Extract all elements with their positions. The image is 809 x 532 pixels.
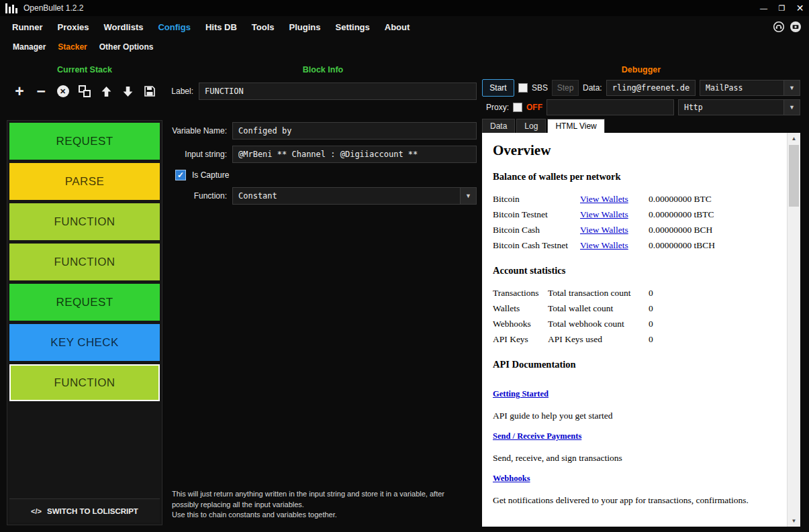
menu-runner[interactable]: Runner <box>5 22 50 32</box>
proxy-type-dropdown[interactable]: Http ▼ <box>678 99 800 115</box>
stack-block-request-1[interactable]: REQUEST <box>9 123 160 160</box>
menu-tools[interactable]: Tools <box>244 22 282 32</box>
variable-name-input[interactable] <box>232 122 477 140</box>
function-description: This will just return anything written i… <box>172 489 473 520</box>
table-row: Bitcoin View Wallets 0.00000000 BTC <box>491 191 775 207</box>
tab-data[interactable]: Data <box>482 119 515 133</box>
submenu-stacker[interactable]: Stacker <box>52 42 93 52</box>
getting-started-link[interactable]: Getting Started <box>493 389 549 399</box>
stack-block-function-1[interactable]: FUNCTION <box>9 203 160 240</box>
wallet-network: Bitcoin Cash <box>493 225 580 235</box>
stat-name: API Keys <box>493 334 548 345</box>
send-receive-payments-link[interactable]: Send / Receive Payments <box>493 431 581 441</box>
wordlist-type-value: MailPass <box>700 81 783 95</box>
remove-block-icon[interactable]: − <box>33 83 49 99</box>
doc-description: API guide to help you get started <box>493 411 775 421</box>
stack-block-function-2[interactable]: FUNCTION <box>9 244 160 280</box>
stack-block-function-3-selected[interactable]: FUNCTION <box>9 364 160 401</box>
main-menu: Runner Proxies Wordlists Configs Hits DB… <box>0 16 809 38</box>
maximize-icon[interactable]: ❐ <box>773 0 791 16</box>
scroll-up-icon[interactable]: ▲ <box>788 133 800 144</box>
wallet-balance: 0.00000000 BTC <box>649 194 775 205</box>
wordlist-type-dropdown[interactable]: MailPass ▼ <box>700 80 800 96</box>
view-wallets-link[interactable]: View Wallets <box>580 194 649 205</box>
label-caption: Label: <box>169 87 193 96</box>
table-row: API Keys API Keys used 0 <box>491 331 775 347</box>
function-dropdown[interactable]: Constant ▼ <box>232 187 477 205</box>
table-row: Bitcoin Cash Testnet View Wallets 0.0000… <box>491 237 775 253</box>
close-icon[interactable]: ✕ <box>791 0 809 16</box>
menu-proxies[interactable]: Proxies <box>50 22 97 32</box>
proxy-checkbox[interactable] <box>513 103 522 112</box>
table-row: Bitcoin Cash View Wallets 0.00000000 BCH <box>491 222 775 237</box>
add-block-icon[interactable]: + <box>11 83 28 99</box>
configs-submenu: Manager Stacker Other Options <box>0 38 809 56</box>
page-title: Overview <box>493 142 775 159</box>
submenu-manager[interactable]: Manager <box>7 42 52 52</box>
input-string-caption: Input string: <box>169 150 227 159</box>
move-down-icon[interactable] <box>120 83 136 99</box>
wallet-network: Bitcoin Cash Testnet <box>493 240 580 251</box>
current-stack-header: Current Stack <box>7 64 162 76</box>
is-capture-label: Is Capture <box>192 170 229 180</box>
sbs-checkbox[interactable] <box>518 83 528 93</box>
view-wallets-link[interactable]: View Wallets <box>580 209 649 220</box>
view-wallets-link[interactable]: View Wallets <box>580 225 649 235</box>
menu-hitsdb[interactable]: Hits DB <box>198 22 244 32</box>
table-row: Transactions Total transaction count 0 <box>491 285 775 301</box>
switch-button-label: SWITCH TO LOLISCRIPT <box>47 507 138 515</box>
table-row: Webhooks Total webhook count 0 <box>491 316 775 331</box>
submenu-other-options[interactable]: Other Options <box>93 42 160 52</box>
debugger-column: Debugger Start SBS Step Data: MailPass ▼… <box>482 64 800 527</box>
wallet-network: Bitcoin Testnet <box>493 209 580 220</box>
stack-block-request-2[interactable]: REQUEST <box>9 284 160 321</box>
tab-log[interactable]: Log <box>516 119 546 133</box>
proxy-input[interactable] <box>546 99 674 115</box>
stat-desc: API Keys used <box>548 334 649 345</box>
stack-block-keycheck[interactable]: KEY CHECK <box>9 324 160 361</box>
debug-data-input[interactable] <box>606 80 696 96</box>
webhooks-link[interactable]: Webhooks <box>493 474 530 484</box>
menu-configs[interactable]: Configs <box>150 22 197 32</box>
clone-block-icon[interactable] <box>77 83 93 99</box>
menu-plugins[interactable]: Plugins <box>282 22 328 32</box>
stat-name: Transactions <box>493 288 548 299</box>
stat-desc: Total transaction count <box>548 288 649 299</box>
tab-html-view[interactable]: HTML View <box>547 119 604 133</box>
openbullet-window: OpenBullet 1.2.2 — ❐ ✕ Runner Proxies Wo… <box>0 0 809 532</box>
stat-value: 0 <box>649 303 775 314</box>
switch-to-loliscript-button[interactable]: </> SWITCH TO LOLISCRIPT <box>9 498 160 523</box>
save-config-icon[interactable] <box>142 83 158 99</box>
start-button[interactable]: Start <box>482 79 514 97</box>
debugger-tabs: Data Log HTML View <box>482 119 606 133</box>
table-row: Wallets Total wallet count 0 <box>491 301 775 316</box>
view-wallets-link[interactable]: View Wallets <box>580 240 649 251</box>
stat-value: 0 <box>649 288 775 299</box>
block-label-input[interactable] <box>199 83 477 100</box>
scrollbar-thumb[interactable] <box>789 145 799 207</box>
wallet-balance: 0.00000000 tBTC <box>649 209 775 220</box>
scroll-down-icon[interactable]: ▼ <box>788 515 800 527</box>
stat-name: Wallets <box>493 303 548 314</box>
minimize-icon[interactable]: — <box>755 0 773 16</box>
is-capture-checkbox[interactable]: ✓ <box>175 170 186 180</box>
vertical-scrollbar[interactable]: ▲ ▼ <box>787 133 800 527</box>
sbs-label: SBS <box>532 83 548 93</box>
app-logo-icon <box>5 3 17 13</box>
clear-stack-icon[interactable]: ✕ <box>55 83 71 99</box>
stat-desc: Total wallet count <box>548 303 649 314</box>
html-view-panel: Overview Balance of wallets per network … <box>482 133 800 527</box>
screenshot-camera-icon[interactable] <box>790 21 802 33</box>
wallet-balance: 0.00000000 tBCH <box>649 240 775 251</box>
support-icon[interactable] <box>773 21 785 33</box>
block-info-column: Block Info Label: Variable Name: Input s… <box>169 64 477 525</box>
move-up-icon[interactable] <box>98 83 114 99</box>
stack-block-parse[interactable]: PARSE <box>9 163 160 200</box>
menu-settings[interactable]: Settings <box>328 22 377 32</box>
menu-wordlists[interactable]: Wordlists <box>96 22 150 32</box>
doc-description: Get notifications delivered to your app … <box>493 495 775 506</box>
input-string-input[interactable] <box>232 146 477 163</box>
step-button[interactable]: Step <box>552 80 579 96</box>
menu-about[interactable]: About <box>377 22 418 32</box>
wallet-network: Bitcoin <box>493 194 580 205</box>
